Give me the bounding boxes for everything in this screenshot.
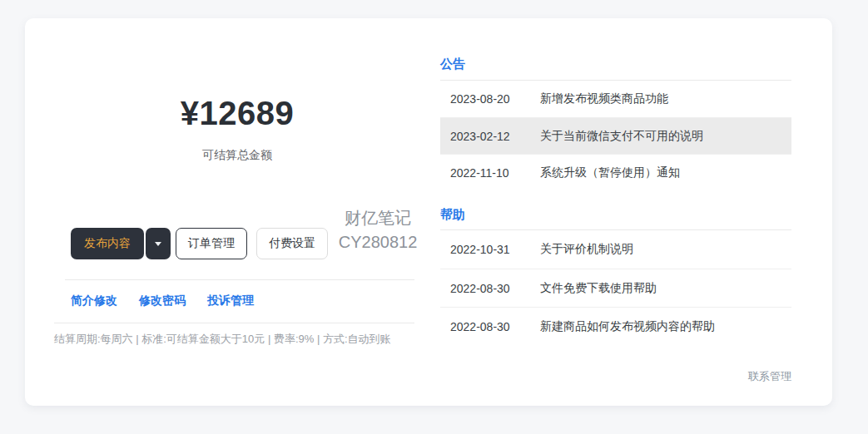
divider-above-footnote	[54, 323, 414, 323]
contact-row: 联系管理	[440, 368, 791, 384]
dashboard-card: ¥12689 可结算总金额 发布内容 订单管理 付费设置 财亿笔记 CY2808…	[25, 18, 832, 406]
link-change-password[interactable]: 修改密码	[139, 293, 186, 308]
watermark-line1: 财亿笔记	[337, 206, 419, 230]
publish-content-button[interactable]: 发布内容	[71, 228, 144, 259]
help-row[interactable]: 2022-10-31 关于评价机制说明	[440, 230, 791, 269]
settleable-amount-label: 可结算总金额	[54, 148, 420, 163]
announcement-title-text: 新增发布视频类商品功能	[540, 91, 791, 106]
help-section: 帮助 2022-10-31 关于评价机制说明 2022-08-30 文件免费下载…	[440, 207, 791, 345]
watermark: 财亿笔记 CY280812	[337, 206, 419, 254]
announcements-title: 公告	[440, 57, 791, 81]
order-management-button[interactable]: 订单管理	[176, 228, 247, 259]
link-complaint-management[interactable]: 投诉管理	[207, 293, 254, 308]
watermark-line2: CY280812	[337, 230, 419, 254]
announcement-title-text: 关于当前微信支付不可用的说明	[540, 129, 791, 144]
help-date: 2022-08-30	[440, 282, 540, 295]
quick-links: 简介修改 修改密码 投诉管理	[71, 293, 254, 308]
announcement-row[interactable]: 2023-02-12 关于当前微信支付不可用的说明	[440, 117, 791, 154]
help-date: 2022-08-30	[440, 320, 540, 333]
action-button-row: 发布内容 订单管理 付费设置	[71, 228, 328, 259]
divider-above-links	[65, 279, 414, 280]
help-title-text: 新建商品如何发布视频内容的帮助	[540, 319, 791, 334]
help-row[interactable]: 2022-08-30 新建商品如何发布视频内容的帮助	[440, 307, 791, 345]
caret-down-icon	[155, 242, 161, 246]
announcement-row[interactable]: 2023-08-20 新增发布视频类商品功能	[440, 81, 791, 117]
help-date: 2022-10-31	[440, 243, 540, 256]
publish-dropdown-toggle[interactable]	[146, 228, 171, 259]
announcements-section: 公告 2023-08-20 新增发布视频类商品功能 2023-02-12 关于当…	[440, 57, 791, 190]
announcement-date: 2023-08-20	[440, 92, 540, 106]
help-title-text: 关于评价机制说明	[540, 242, 791, 257]
settlement-panel: ¥12689 可结算总金额 发布内容 订单管理 付费设置 财亿笔记 CY2808…	[54, 18, 420, 406]
settleable-amount: ¥12689	[54, 95, 420, 132]
notice-panel: 公告 2023-08-20 新增发布视频类商品功能 2023-02-12 关于当…	[440, 57, 791, 384]
help-title: 帮助	[440, 207, 791, 230]
help-title-text: 文件免费下载使用帮助	[540, 281, 791, 296]
publish-split-button: 发布内容	[71, 228, 171, 259]
announcement-date: 2022-11-10	[440, 166, 540, 180]
announcement-date: 2023-02-12	[440, 130, 540, 143]
payment-settings-button[interactable]: 付费设置	[256, 228, 328, 259]
settlement-rules-footnote: 结算周期:每周六 | 标准:可结算金额大于10元 | 费率:9% | 方式:自动…	[54, 332, 391, 347]
contact-management-link[interactable]: 联系管理	[748, 370, 791, 382]
help-row[interactable]: 2022-08-30 文件免费下载使用帮助	[440, 269, 791, 307]
announcement-title-text: 系统升级（暂停使用）通知	[540, 165, 791, 180]
link-edit-profile[interactable]: 简介修改	[71, 293, 117, 308]
announcement-row[interactable]: 2022-11-10 系统升级（暂停使用）通知	[440, 154, 791, 190]
